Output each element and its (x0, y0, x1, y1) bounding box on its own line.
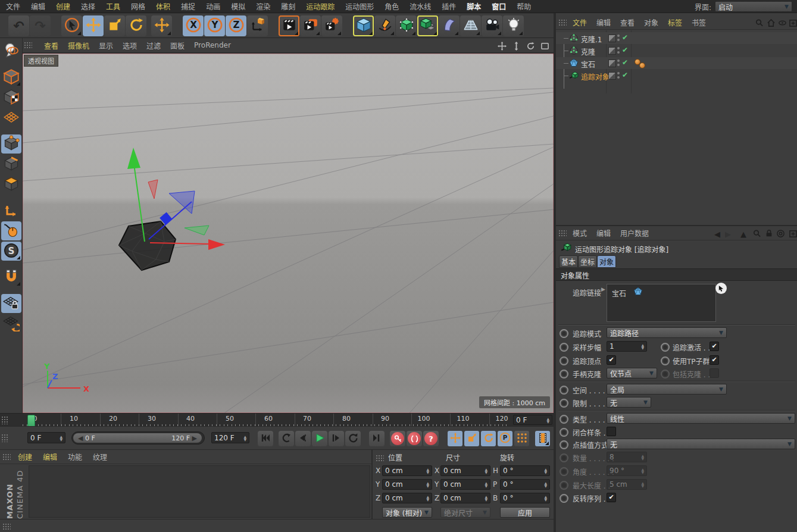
visibility-dot-top[interactable] (617, 72, 620, 74)
stepper-icon[interactable]: ▲▼ (544, 468, 547, 474)
material-menu-edit[interactable]: 编辑 (43, 452, 57, 462)
up-level-icon[interactable]: ▲ (738, 229, 749, 239)
limit-dropdown[interactable]: 无▼ (607, 397, 651, 408)
anim-dot[interactable] (560, 415, 568, 424)
viewport-rotate-icon[interactable] (525, 40, 536, 51)
enable-check-icon[interactable]: ✔ (622, 46, 628, 54)
camera-button[interactable] (482, 15, 502, 36)
make-editable-button[interactable] (1, 42, 21, 61)
sample-step-field[interactable]: 1▲▼ (607, 341, 647, 352)
pick-object-button[interactable] (715, 283, 727, 294)
play-button[interactable] (312, 431, 327, 446)
goto-end-button[interactable] (369, 431, 385, 446)
add-panel-icon[interactable] (787, 17, 797, 28)
interpolation-dropdown[interactable]: 无▼ (607, 439, 795, 449)
goto-start-button[interactable] (258, 431, 273, 446)
model-mode-button[interactable] (1, 68, 21, 87)
viewport-menu-prorender[interactable]: ProRender (194, 41, 231, 49)
trace-link-box[interactable]: 宝石 (607, 284, 716, 322)
am-menu-mode[interactable]: 模式 (573, 228, 587, 238)
points-mode-button[interactable] (1, 134, 21, 154)
texture-mode-button[interactable] (1, 88, 21, 107)
focus-target-icon[interactable] (775, 228, 786, 239)
visibility-dot-bottom[interactable] (617, 51, 620, 54)
trace-mode-dropdown[interactable]: 追踪路径▼ (607, 327, 727, 338)
reverse-sequence-checkbox[interactable]: ✔ (607, 493, 616, 502)
menu-select[interactable]: 选择 (81, 1, 95, 11)
object-name[interactable]: 克隆 (581, 46, 595, 57)
anim-dot[interactable] (560, 329, 568, 338)
menu-mograph[interactable]: 运动图形 (345, 1, 374, 11)
history-back-icon[interactable]: ◀ (712, 229, 723, 239)
viewport-menu-display[interactable]: 显示 (99, 40, 113, 51)
panel-grip[interactable] (1, 434, 8, 442)
ruler-ticks[interactable]: 0 10 20 30 40 50 60 70 80 90 100 110 120 (23, 414, 510, 427)
layer-toggle[interactable] (608, 35, 616, 42)
anim-dot[interactable] (661, 370, 670, 378)
stepper-icon[interactable]: ▲▼ (544, 481, 547, 487)
anim-dot[interactable] (560, 453, 568, 462)
anim-dot[interactable] (560, 370, 568, 378)
layer-toggle[interactable] (608, 72, 616, 80)
rotate-tool-button[interactable] (126, 15, 146, 36)
menu-character[interactable]: 角色 (385, 1, 399, 11)
om-menu-file[interactable]: 文件 (573, 17, 587, 27)
object-row[interactable]: 宝石 ✔ (556, 57, 797, 69)
am-menu-edit[interactable]: 编辑 (596, 228, 611, 238)
object-row[interactable]: 克隆 ✔ (556, 45, 797, 57)
menu-plugins[interactable]: 插件 (442, 1, 456, 11)
rot-b-field[interactable]: 0 °▲▼ (500, 493, 550, 503)
scale-tool-button[interactable] (104, 15, 125, 36)
angle-field[interactable]: 90 °▲▼ (607, 465, 647, 476)
stepper-icon[interactable]: ▲▼ (546, 417, 549, 423)
om-menu-bookmark[interactable]: 书签 (692, 17, 706, 27)
last-tool-button[interactable] (151, 15, 172, 36)
search-icon[interactable] (751, 228, 762, 239)
stepper-icon[interactable]: ▲▼ (641, 343, 644, 349)
tweak-mode-button[interactable] (1, 221, 21, 240)
light-button[interactable] (503, 15, 524, 36)
material-menu-texture[interactable]: 纹理 (93, 452, 107, 462)
workplane-mode-button[interactable] (1, 108, 21, 127)
stepper-icon[interactable]: ▲▼ (426, 481, 429, 487)
enable-check-icon[interactable]: ✔ (622, 58, 628, 67)
include-clones-checkbox[interactable] (710, 368, 719, 378)
stepper-icon[interactable]: ▲▼ (544, 495, 547, 501)
apply-button[interactable]: 应用 (500, 507, 550, 518)
spline-pen-button[interactable] (374, 15, 395, 36)
rot-p-field[interactable]: 0 °▲▼ (500, 479, 550, 490)
om-menu-view[interactable]: 查看 (620, 17, 635, 27)
snap-toggle-button[interactable]: S (1, 242, 21, 261)
panel-grip[interactable] (24, 42, 32, 49)
add-primitive-cube-button[interactable] (353, 15, 374, 36)
trace-active-checkbox[interactable]: ✔ (710, 342, 719, 351)
live-selection-button[interactable] (61, 15, 82, 36)
size-y-field[interactable]: 0 cm▲▼ (440, 479, 490, 490)
filter-eye-icon[interactable] (777, 17, 787, 28)
viewport-menu-options[interactable]: 选项 (123, 40, 137, 51)
stepper-icon[interactable]: ▲▼ (485, 468, 487, 474)
stepper-icon[interactable]: ▲▼ (426, 495, 429, 501)
pos-z-field[interactable]: 0 cm▲▼ (382, 493, 432, 503)
anim-dot[interactable] (560, 440, 568, 449)
cycle-playback-button[interactable] (345, 431, 361, 446)
visibility-dot-bottom[interactable] (617, 76, 620, 79)
object-row[interactable]: 克隆.1 ✔ (556, 32, 797, 44)
menu-render[interactable]: 渲染 (256, 1, 270, 11)
stepper-icon[interactable]: ▲▼ (426, 468, 429, 474)
start-frame-field[interactable]: 0 F ▲▼ (27, 432, 65, 443)
visibility-dot-bottom[interactable] (617, 39, 620, 41)
viewport-menu-view[interactable]: 查看 (44, 40, 58, 51)
key-rotation-toggle[interactable] (481, 431, 496, 446)
enable-check-icon[interactable]: ✔ (622, 71, 628, 79)
workplane-rotate-button[interactable] (1, 314, 21, 333)
tp-group-checkbox[interactable]: ✔ (710, 355, 719, 365)
panel-grip[interactable] (558, 230, 567, 237)
anim-dot[interactable] (560, 428, 568, 437)
menu-create[interactable]: 创建 (56, 1, 70, 11)
menu-snap[interactable]: 捕捉 (181, 1, 195, 11)
menu-motion-tracker[interactable]: 运动跟踪 (306, 1, 335, 11)
viewport-menu-camera[interactable]: 摄像机 (68, 40, 89, 51)
add-panel-icon[interactable] (787, 228, 797, 239)
move-tool-button[interactable] (83, 15, 104, 36)
